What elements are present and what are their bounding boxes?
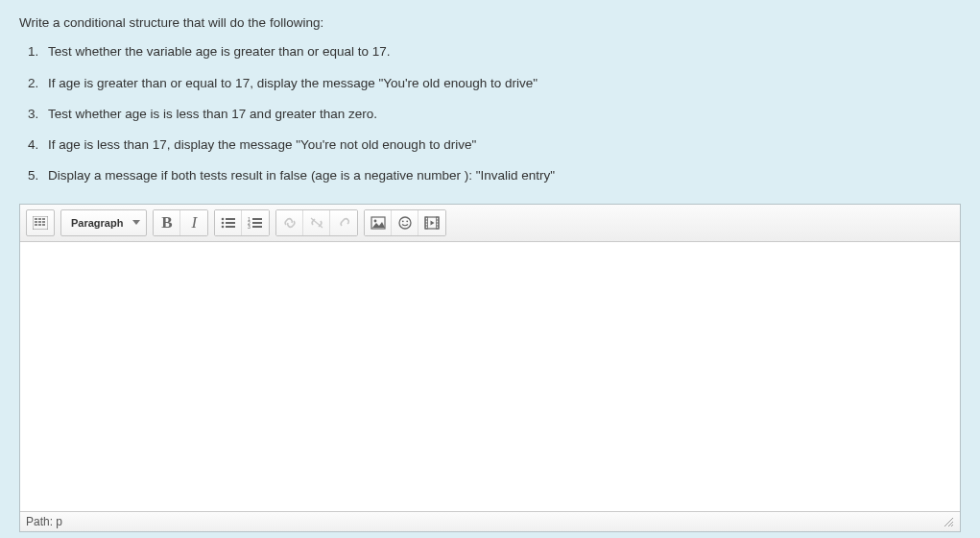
svg-point-14 bbox=[222, 225, 225, 228]
svg-point-12 bbox=[222, 221, 225, 224]
svg-rect-13 bbox=[226, 222, 235, 224]
svg-point-10 bbox=[222, 217, 225, 220]
list-group: 1 2 3 bbox=[214, 209, 270, 236]
insert-emoji-button[interactable] bbox=[392, 210, 418, 235]
svg-rect-3 bbox=[42, 218, 45, 220]
svg-rect-1 bbox=[35, 218, 37, 220]
list-item: If age is greater than or equal to 17, d… bbox=[42, 74, 961, 93]
svg-rect-6 bbox=[42, 221, 45, 223]
italic-button[interactable]: I bbox=[180, 210, 207, 235]
chevron-down-icon bbox=[132, 220, 140, 225]
unordered-list-button[interactable] bbox=[215, 210, 242, 235]
unlink-button[interactable] bbox=[303, 210, 330, 235]
link-icon bbox=[282, 216, 298, 230]
image-icon bbox=[370, 216, 386, 230]
svg-point-26 bbox=[402, 220, 404, 222]
smiley-icon bbox=[397, 215, 413, 231]
film-icon bbox=[424, 216, 440, 230]
prompt-intro: Write a conditional structure that will … bbox=[19, 13, 961, 33]
path-label: Path: p bbox=[26, 515, 62, 528]
italic-icon: I bbox=[192, 213, 198, 232]
rich-text-editor: Paragraph B I bbox=[19, 204, 961, 532]
insert-link-button[interactable] bbox=[276, 210, 303, 235]
prompt-list: Test whether the variable age is greater… bbox=[19, 42, 961, 185]
insert-image-button[interactable] bbox=[365, 210, 392, 235]
unlink-icon bbox=[309, 216, 324, 230]
editor-status-bar: Path: p bbox=[20, 511, 960, 531]
svg-rect-2 bbox=[38, 218, 41, 220]
svg-line-39 bbox=[951, 525, 953, 526]
unordered-list-icon bbox=[221, 216, 236, 230]
anchor-icon bbox=[336, 216, 351, 230]
list-item: If age is less than 17, display the mess… bbox=[42, 135, 961, 155]
svg-rect-7 bbox=[35, 224, 37, 226]
svg-point-27 bbox=[406, 220, 408, 222]
format-select[interactable]: Paragraph bbox=[60, 209, 147, 236]
list-item: Test whether the variable age is greater… bbox=[42, 42, 961, 61]
question-prompt: Write a conditional structure that will … bbox=[19, 13, 961, 186]
svg-rect-9 bbox=[42, 224, 45, 226]
bold-button[interactable]: B bbox=[154, 210, 180, 235]
format-select-label: Paragraph bbox=[71, 217, 123, 229]
link-group bbox=[275, 209, 358, 236]
svg-rect-17 bbox=[252, 218, 262, 220]
media-group bbox=[364, 209, 446, 236]
svg-rect-19 bbox=[252, 222, 262, 224]
svg-rect-15 bbox=[226, 226, 235, 228]
svg-point-25 bbox=[399, 217, 411, 229]
list-item: Test whether age is is less than 17 and … bbox=[42, 105, 961, 124]
svg-rect-5 bbox=[38, 221, 41, 223]
svg-rect-11 bbox=[226, 218, 235, 220]
ordered-list-icon: 1 2 3 bbox=[248, 216, 263, 230]
svg-rect-8 bbox=[38, 224, 41, 226]
svg-point-24 bbox=[374, 219, 377, 222]
resize-handle[interactable] bbox=[943, 516, 954, 527]
insert-media-button[interactable] bbox=[418, 210, 445, 235]
anchor-button[interactable] bbox=[330, 210, 357, 235]
editor-textarea[interactable] bbox=[20, 242, 960, 511]
text-style-group: B I bbox=[153, 209, 208, 236]
bold-icon: B bbox=[161, 213, 172, 232]
svg-rect-21 bbox=[252, 226, 262, 228]
ordered-list-button[interactable]: 1 2 3 bbox=[242, 210, 269, 235]
list-item: Display a message if both tests result i… bbox=[42, 166, 961, 185]
toggle-toolbar-button[interactable] bbox=[26, 209, 55, 236]
question-container: Write a conditional structure that will … bbox=[0, 0, 980, 538]
svg-rect-4 bbox=[35, 221, 37, 223]
svg-text:3: 3 bbox=[248, 224, 251, 230]
editor-toolbar: Paragraph B I bbox=[20, 205, 960, 242]
